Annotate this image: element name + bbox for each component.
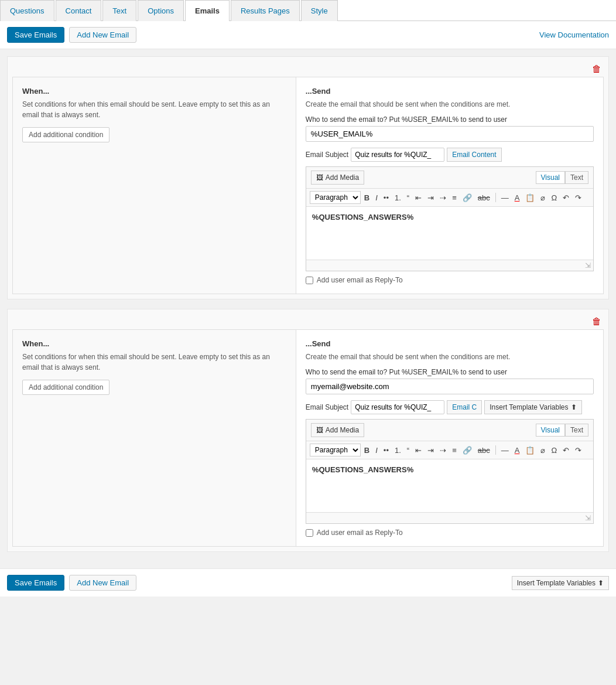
resize-handle-1[interactable]: ⇲ xyxy=(306,260,593,271)
ol-btn-1[interactable]: 1. xyxy=(392,193,403,203)
top-toolbar: Save Emails Add New Email View Documenta… xyxy=(0,21,616,49)
insert-template-button-2[interactable]: Insert Template Variables ⬆ xyxy=(484,400,581,414)
omega-btn-1[interactable]: Ω xyxy=(549,193,559,203)
align-left-btn-1[interactable]: ⇤ xyxy=(413,193,424,203)
to-input-1[interactable] xyxy=(306,126,594,142)
delete-row-1: 🗑 xyxy=(12,62,604,77)
link-btn-1[interactable]: 🔗 xyxy=(460,193,474,203)
upload-icon-2: ⬆ xyxy=(571,403,577,411)
ul-btn-1[interactable]: •• xyxy=(381,193,391,203)
align-center-btn-2[interactable]: ⇥ xyxy=(425,445,436,455)
undo-btn-1[interactable]: ↶ xyxy=(560,193,571,203)
eraser-btn-1[interactable]: ⌀ xyxy=(538,193,547,203)
reply-to-label-2: Add user email as Reply-To xyxy=(317,529,403,537)
italic-btn-2[interactable]: I xyxy=(373,445,380,455)
email-block-1-inner: When... Set conditions for when this ema… xyxy=(12,77,604,294)
align-right-btn-2[interactable]: ⇢ xyxy=(437,445,449,455)
text-tab-1[interactable]: Text xyxy=(565,171,588,184)
tab-text[interactable]: Text xyxy=(102,0,136,21)
text-color-btn-2[interactable]: A xyxy=(512,445,522,455)
align-right-btn-1[interactable]: ⇢ xyxy=(437,193,449,203)
align-justify-btn-1[interactable]: ≡ xyxy=(450,193,459,203)
subject-input-2[interactable] xyxy=(351,400,444,414)
page-content: 🗑 When... Set conditions for when this e… xyxy=(0,49,616,568)
delete-email-2-icon[interactable]: 🗑 xyxy=(592,316,601,327)
visual-tab-1[interactable]: Visual xyxy=(536,171,565,184)
undo-btn-2[interactable]: ↶ xyxy=(560,445,571,455)
reply-to-row-2: Add user email as Reply-To xyxy=(306,529,594,537)
to-label-1: Who to send the email to? Put %USER_EMAI… xyxy=(306,115,594,124)
bottom-insert-template-button[interactable]: Insert Template Variables ⬆ xyxy=(512,576,609,590)
redo-btn-2[interactable]: ↷ xyxy=(573,445,584,455)
visual-text-tabs-2: Visual Text xyxy=(536,424,588,437)
send-panel-2: ...Send Create the email that should be … xyxy=(296,330,603,546)
to-label-2: Who to send the email to? Put %USER_EMAI… xyxy=(306,368,594,376)
editor-topbar-1: 🖼 Add Media Visual Text xyxy=(306,167,593,189)
add-condition-button-2[interactable]: Add additional condition xyxy=(22,380,109,395)
tab-emails[interactable]: Emails xyxy=(185,0,230,21)
send-description-2: Create the email that should be sent whe… xyxy=(306,352,594,362)
tab-questions[interactable]: Questions xyxy=(0,0,54,21)
tab-options[interactable]: Options xyxy=(138,0,184,21)
bold-btn-1[interactable]: B xyxy=(362,193,372,203)
clipboard-btn-2[interactable]: 📋 xyxy=(523,445,537,455)
view-documentation-link[interactable]: View Documentation xyxy=(539,30,609,39)
link-btn-2[interactable]: 🔗 xyxy=(460,445,474,455)
delete-row-2: 🗑 xyxy=(12,314,604,329)
paragraph-select-1[interactable]: Paragraph xyxy=(310,191,361,204)
editor-wrapper-1: 🖼 Add Media Visual Text Paragraph B xyxy=(306,166,594,271)
minus-btn-1[interactable]: — xyxy=(499,193,511,203)
subject-input-1[interactable] xyxy=(351,148,444,162)
redo-btn-1[interactable]: ↷ xyxy=(573,193,584,203)
bottom-save-emails-button[interactable]: Save Emails xyxy=(7,575,64,591)
email-content-tab-1[interactable]: Email Content xyxy=(447,148,501,162)
minus-btn-2[interactable]: — xyxy=(499,445,511,455)
paragraph-select-2[interactable]: Paragraph xyxy=(310,444,361,456)
clipboard-btn-1[interactable]: 📋 xyxy=(523,193,537,203)
text-color-btn-1[interactable]: A xyxy=(512,193,522,203)
bottom-upload-icon: ⬆ xyxy=(598,579,604,587)
email-block-2: 🗑 When... Set conditions for when this e… xyxy=(7,309,609,552)
add-new-email-button[interactable]: Add New Email xyxy=(69,27,136,43)
reply-to-checkbox-2[interactable] xyxy=(306,529,313,537)
editor-wrapper-2: 🖼 Add Media Visual Text Paragraph B xyxy=(306,419,594,524)
to-input-2[interactable] xyxy=(306,379,594,394)
editor-content-2[interactable]: %QUESTIONS_ANSWERS% xyxy=(306,459,593,512)
add-media-button-2[interactable]: 🖼 Add Media xyxy=(311,423,364,437)
when-panel-1: When... Set conditions for when this ema… xyxy=(13,77,296,294)
blockquote-btn-1[interactable]: “ xyxy=(405,193,412,203)
visual-text-tabs-1: Visual Text xyxy=(536,171,588,184)
tab-contact[interactable]: Contact xyxy=(56,0,102,21)
italic-btn-1[interactable]: I xyxy=(373,193,380,203)
align-center-btn-1[interactable]: ⇥ xyxy=(425,193,436,203)
insert-template-label-2: Insert Template Variables xyxy=(490,403,568,411)
reply-to-checkbox-1[interactable] xyxy=(306,277,313,284)
eraser-btn-2[interactable]: ⌀ xyxy=(538,445,547,455)
add-condition-button-1[interactable]: Add additional condition xyxy=(22,127,109,142)
strikethrough-btn-2[interactable]: abc xyxy=(475,445,492,455)
delete-email-1-icon[interactable]: 🗑 xyxy=(592,64,601,74)
add-media-button-1[interactable]: 🖼 Add Media xyxy=(311,171,364,185)
when-heading-1: When... xyxy=(22,87,286,96)
media-icon-1: 🖼 xyxy=(316,173,323,182)
tab-style[interactable]: Style xyxy=(301,0,338,21)
send-panel-1: ...Send Create the email that should be … xyxy=(296,77,603,294)
email-content-tab-2[interactable]: Email C xyxy=(447,400,482,414)
visual-tab-2[interactable]: Visual xyxy=(536,424,565,437)
ol-btn-2[interactable]: 1. xyxy=(392,445,403,455)
bold-btn-2[interactable]: B xyxy=(362,445,372,455)
save-emails-button[interactable]: Save Emails xyxy=(7,27,64,43)
when-description-1: Set conditions for when this email shoul… xyxy=(22,99,286,120)
omega-btn-2[interactable]: Ω xyxy=(549,445,559,455)
editor-content-1[interactable]: %QUESTIONS_ANSWERS% xyxy=(306,207,593,260)
text-tab-2[interactable]: Text xyxy=(565,424,588,437)
tab-results-pages[interactable]: Results Pages xyxy=(231,0,300,21)
align-left-btn-2[interactable]: ⇤ xyxy=(413,445,424,455)
bottom-add-new-email-button[interactable]: Add New Email xyxy=(69,575,136,591)
resize-handle-2[interactable]: ⇲ xyxy=(306,512,593,523)
blockquote-btn-2[interactable]: “ xyxy=(405,445,412,455)
strikethrough-btn-1[interactable]: abc xyxy=(475,193,492,203)
align-justify-btn-2[interactable]: ≡ xyxy=(450,445,459,455)
reply-to-label-1: Add user email as Reply-To xyxy=(317,276,403,284)
ul-btn-2[interactable]: •• xyxy=(381,445,391,455)
